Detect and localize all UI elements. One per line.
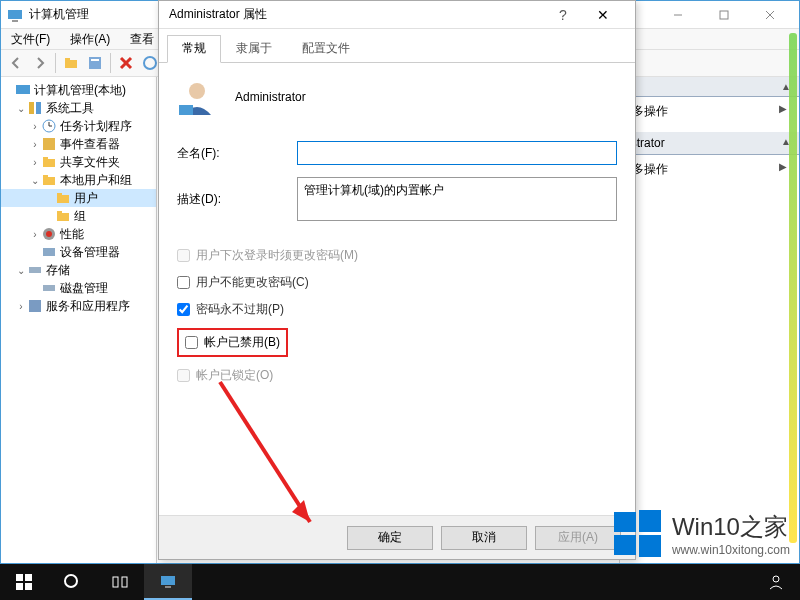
check-cannot-change-password[interactable]: 用户不能更改密码(C) [177,274,617,291]
chevron-right-icon: ▶ [779,103,787,120]
svg-point-34 [189,83,205,99]
svg-rect-30 [43,248,55,256]
ok-button[interactable]: 确定 [347,526,433,550]
tree-device-manager[interactable]: 设备管理器 [1,243,156,261]
tab-member-of[interactable]: 隶属于 [221,35,287,62]
svg-rect-20 [43,159,55,167]
svg-rect-23 [43,175,48,178]
check-password-never-expires[interactable]: 密码永不过期(P) [177,301,617,318]
svg-rect-40 [614,535,636,555]
properties-dialog: Administrator 属性 ? ✕ 常规 隶属于 配置文件 Adminis… [158,0,636,560]
checkbox-account-disabled[interactable] [185,336,198,349]
check-account-locked: 帐户已锁定(O) [177,367,617,384]
actions-panel: ▲ 多操作▶ istrator▲ 多操作▶ [619,77,799,563]
app-icon [7,7,23,23]
maximize-button[interactable] [701,4,747,26]
tree-disk-management[interactable]: 磁盘管理 [1,279,156,297]
toolbar-delete-button[interactable] [115,52,137,74]
checkbox-cannot-change[interactable] [177,276,190,289]
svg-rect-15 [36,102,41,114]
tree-groups[interactable]: 组 [1,207,156,225]
menu-file[interactable]: 文件(F) [5,29,56,50]
dialog-title: Administrator 属性 [169,6,545,23]
tree-shared-folders[interactable]: ›共享文件夹 [1,153,156,171]
description-input[interactable] [297,177,617,221]
tree-local-users-groups[interactable]: ⌄本地用户和组 [1,171,156,189]
svg-rect-9 [91,59,99,61]
svg-point-12 [144,57,156,69]
tab-general[interactable]: 常规 [167,35,221,63]
svg-rect-33 [29,300,41,312]
tree-performance[interactable]: ›性能 [1,225,156,243]
dialog-titlebar: Administrator 属性 ? ✕ [159,1,635,29]
tree-system-tools[interactable]: ⌄系统工具 [1,99,156,117]
svg-rect-39 [639,510,661,532]
taskbar-app-compmgmt[interactable] [144,564,192,600]
dialog-help-button[interactable]: ? [545,7,581,23]
svg-point-51 [773,576,779,582]
svg-rect-43 [25,574,32,581]
svg-rect-13 [16,85,30,94]
actions-header-1: ▲ [620,77,799,97]
start-button[interactable] [0,564,48,600]
taskbar [0,564,800,600]
watermark-brand: Win10之家 [672,511,790,543]
action-more-2[interactable]: 多操作▶ [620,155,799,184]
tree-storage[interactable]: ⌄存储 [1,261,156,279]
people-button[interactable] [752,564,800,600]
minimize-button[interactable] [655,4,701,26]
dialog-button-row: 确定 取消 应用(A) [159,515,635,559]
close-button[interactable] [747,4,793,26]
dialog-body: Administrator 全名(F): 描述(D): 用户下次登录时须更改密码… [159,63,635,533]
toolbar-back-button[interactable] [5,52,27,74]
svg-rect-35 [179,105,193,115]
scrollbar-indicator [789,33,797,543]
task-view-button[interactable] [96,564,144,600]
svg-rect-6 [65,60,77,68]
search-button[interactable] [48,564,96,600]
svg-rect-41 [639,535,661,557]
svg-rect-38 [614,512,636,532]
svg-rect-32 [43,285,55,291]
menu-action[interactable]: 操作(A) [64,29,116,50]
action-more-1[interactable]: 多操作▶ [620,97,799,126]
checkbox-locked [177,369,190,382]
svg-rect-3 [720,11,728,19]
svg-rect-44 [16,583,23,590]
checkbox-never-expires[interactable] [177,303,190,316]
cancel-button[interactable]: 取消 [441,526,527,550]
svg-rect-48 [122,577,127,587]
check-must-change-password: 用户下次登录时须更改密码(M) [177,247,617,264]
svg-rect-0 [8,10,22,19]
tree-services-apps[interactable]: ›服务和应用程序 [1,297,156,315]
tab-profile[interactable]: 配置文件 [287,35,365,62]
navigation-tree[interactable]: 计算机管理(本地) ⌄系统工具 ›任务计划程序 ›事件查看器 ›共享文件夹 ⌄本… [1,77,157,563]
tree-task-scheduler[interactable]: ›任务计划程序 [1,117,156,135]
chevron-right-icon: ▶ [779,161,787,178]
fullname-input[interactable] [297,141,617,165]
tab-strip: 常规 隶属于 配置文件 [159,29,635,63]
watermark-url: www.win10xitong.com [672,543,790,557]
tree-root[interactable]: 计算机管理(本地) [1,81,156,99]
menu-view[interactable]: 查看 [124,29,160,50]
toolbar-forward-button[interactable] [29,52,51,74]
svg-rect-8 [89,57,101,69]
tree-event-viewer[interactable]: ›事件查看器 [1,135,156,153]
watermark: Win10之家 www.win10xitong.com [612,508,790,560]
svg-rect-31 [29,267,41,273]
account-name: Administrator [235,90,306,104]
fullname-label: 全名(F): [177,145,297,162]
actions-header-2: istrator▲ [620,132,799,155]
svg-rect-7 [65,58,70,61]
svg-rect-26 [57,213,69,221]
svg-rect-14 [29,102,34,114]
dialog-close-button[interactable]: ✕ [581,7,625,23]
highlight-annotation: 帐户已禁用(B) [177,328,288,357]
tree-users[interactable]: 用户 [1,189,156,207]
user-icon [177,77,217,117]
toolbar-up-button[interactable] [60,52,82,74]
toolbar-properties-button[interactable] [84,52,106,74]
svg-point-46 [65,575,77,587]
svg-rect-1 [12,20,18,22]
apply-button[interactable]: 应用(A) [535,526,621,550]
